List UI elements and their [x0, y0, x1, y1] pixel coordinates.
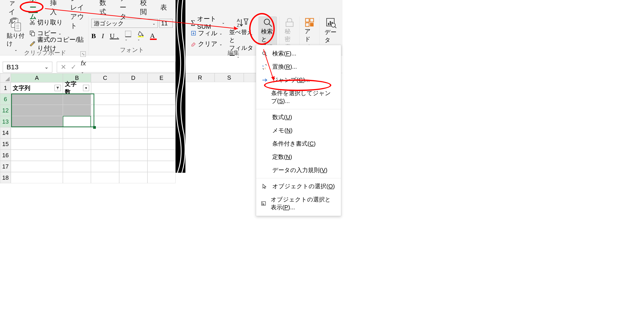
italic-button[interactable]: I	[102, 32, 104, 40]
enter-icon[interactable]: ✓	[71, 63, 76, 71]
cell-D18[interactable]	[119, 172, 148, 183]
row-header-13[interactable]: 13	[0, 116, 11, 127]
cell-C15[interactable]	[91, 138, 119, 150]
cell-D1[interactable]	[119, 82, 147, 93]
cancel-icon[interactable]: ✕	[60, 63, 66, 71]
cell-C16[interactable]	[91, 150, 119, 161]
cell-E16[interactable]	[148, 150, 176, 161]
row-header-16[interactable]: 16	[0, 150, 11, 161]
clear-button[interactable]: クリア ⌄	[190, 39, 226, 49]
row-header-6[interactable]: 6	[0, 93, 11, 105]
cell-C14[interactable]	[91, 127, 119, 138]
cell-B13[interactable]	[63, 116, 91, 127]
cell-A16[interactable]	[11, 150, 63, 161]
menu-replace[interactable]: bc 置換(R)...	[256, 60, 341, 73]
menu-find[interactable]: 検索(F)...	[256, 47, 341, 60]
font-color-button[interactable]: A	[150, 32, 157, 40]
cell-A17[interactable]	[11, 161, 63, 172]
filter-icon[interactable]	[54, 85, 61, 91]
cell-C12[interactable]	[91, 105, 119, 116]
cell-A18[interactable]	[11, 172, 63, 183]
worksheet-grid[interactable]: A B C D E 1 文字列 文字数 ▾ 6 12	[0, 73, 176, 183]
cell-E6[interactable]	[148, 93, 176, 105]
cell-E15[interactable]	[148, 138, 176, 150]
row-header-1[interactable]: 1	[0, 82, 11, 93]
bold-button[interactable]: B	[91, 32, 96, 40]
cell-E1[interactable]	[148, 82, 176, 93]
menu-goto-special[interactable]: 条件を選択してジャンプ(S)...	[256, 87, 341, 108]
tab-insert[interactable]: 挿入	[43, 0, 64, 15]
cell-A6[interactable]	[11, 93, 63, 105]
row-header-12[interactable]: 12	[0, 105, 11, 116]
name-box[interactable]: B13 ⌄	[3, 62, 52, 72]
cell-C13[interactable]	[91, 116, 119, 127]
fill-color-button[interactable]: ⌄	[137, 30, 144, 41]
cell-B12[interactable]	[63, 105, 91, 116]
cell-B17[interactable]	[63, 161, 91, 172]
cell-B6[interactable]	[63, 93, 91, 105]
col-header-R[interactable]: R	[186, 73, 214, 82]
cell-C6[interactable]	[91, 93, 119, 105]
cell-A14[interactable]	[11, 127, 63, 138]
menu-constants[interactable]: 定数(N)	[256, 150, 341, 164]
menu-notes[interactable]: メモ(N)	[256, 124, 341, 137]
menu-conditional-formatting[interactable]: 条件付き書式(C)	[256, 137, 341, 150]
row-header-15[interactable]: 15	[0, 138, 11, 150]
tab-review[interactable]: 校閲	[133, 0, 154, 15]
row-header-14[interactable]: 14	[0, 127, 11, 138]
menu-goto[interactable]: ジャンプ(G)...	[256, 73, 341, 87]
cell-D13[interactable]	[119, 116, 148, 127]
tab-formulas[interactable]: 数式	[93, 0, 113, 15]
tab-pagelayout[interactable]: ページ レイアウト	[64, 0, 93, 15]
cell-D15[interactable]	[119, 138, 148, 150]
fx-icon[interactable]: fx ⌄	[81, 59, 86, 75]
cell-B15[interactable]	[63, 138, 91, 150]
autosum-button[interactable]: ∑ オート SUM ⌄	[190, 17, 226, 27]
row-header-17[interactable]: 17	[0, 161, 11, 172]
menu-select-objects[interactable]: オブジェクトの選択(O)	[256, 180, 341, 193]
col-header-S[interactable]: S	[214, 73, 244, 82]
cell-C18[interactable]	[91, 172, 119, 183]
cell-B16[interactable]	[63, 150, 91, 161]
border-button[interactable]: ⌄	[125, 30, 132, 41]
find-select-button[interactable]: 検索と 選択 ⌄	[258, 16, 277, 45]
format-painter-button[interactable]: 書式のコピー/貼り付け	[28, 39, 86, 49]
addins-button[interactable]: アド イン	[302, 16, 317, 45]
cell-B18[interactable]	[63, 172, 91, 183]
data-analysis-button[interactable]: データ 分析	[322, 16, 340, 45]
menu-data-validation[interactable]: データの入力規則(V)	[256, 164, 341, 177]
select-all-button[interactable]	[0, 73, 11, 82]
tab-data[interactable]: データ	[113, 0, 133, 15]
menu-formulas[interactable]: 数式(U)	[256, 111, 341, 124]
col-header-D[interactable]: D	[119, 73, 148, 82]
cell-B14[interactable]	[63, 127, 91, 138]
tab-view[interactable]: 表	[154, 0, 174, 15]
cell-D17[interactable]	[119, 161, 148, 172]
dialog-launcher-icon[interactable]: ⤡	[80, 51, 86, 57]
selection-handle[interactable]	[93, 126, 96, 129]
font-size-combo[interactable]: 11	[159, 19, 172, 28]
col-header-A[interactable]: A	[11, 73, 63, 82]
sensitivity-button[interactable]: 秘密 度 ⌄	[282, 16, 297, 45]
tab-home[interactable]: ホーム	[23, 0, 43, 15]
cell-E13[interactable]	[148, 116, 176, 127]
underline-button[interactable]: U ⌄	[110, 32, 119, 40]
col-header-E[interactable]: E	[148, 73, 176, 82]
fill-button[interactable]: フィル ⌄	[190, 28, 226, 38]
row-header-18[interactable]: 18	[0, 172, 11, 183]
cell-A1[interactable]: 文字列	[11, 82, 63, 93]
menu-selection-pane[interactable]: オブジェクトの選択と表示(P)...	[256, 193, 341, 214]
cell-B1[interactable]: 文字数 ▾	[63, 82, 91, 93]
cell-E18[interactable]	[148, 172, 176, 183]
filter-dropdown-icon[interactable]: ▾	[83, 85, 89, 91]
cell-D14[interactable]	[119, 127, 148, 138]
cell-E17[interactable]	[148, 161, 176, 172]
sort-filter-button[interactable]: A Z 並べ替えと フィルター ⌄	[227, 16, 257, 45]
cell-C1[interactable]	[91, 82, 119, 93]
cell-D12[interactable]	[119, 105, 148, 116]
tab-file[interactable]: ファイル	[2, 0, 23, 15]
cell-A13[interactable]	[11, 116, 63, 127]
cell-D16[interactable]	[119, 150, 148, 161]
col-header-C[interactable]: C	[91, 73, 119, 82]
cell-E12[interactable]	[148, 105, 176, 116]
